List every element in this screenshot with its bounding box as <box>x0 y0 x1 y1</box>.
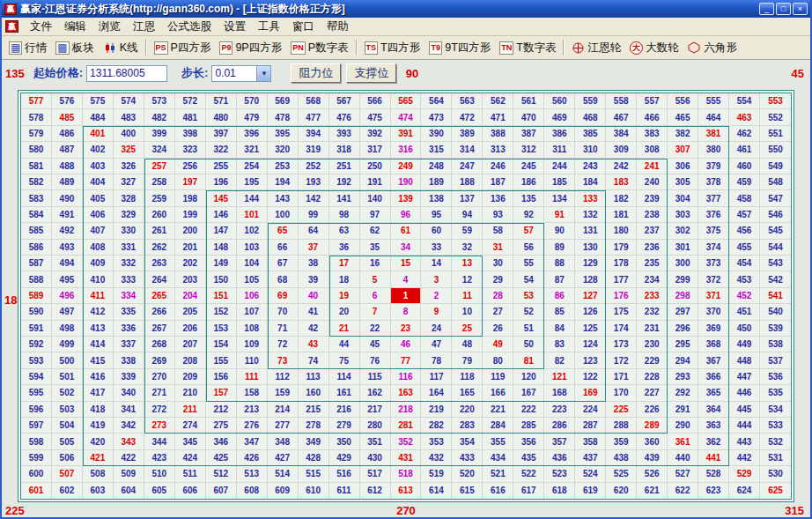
grid-cell: 350 <box>329 434 360 449</box>
grid-cell: 154 <box>206 337 237 352</box>
grid-cell: 153 <box>206 321 237 337</box>
grid-cell: 392 <box>360 126 391 142</box>
menu-view[interactable]: 浏览 <box>92 18 127 36</box>
grid-cell: 109 <box>237 337 268 352</box>
grid-cell: 21 <box>329 321 360 337</box>
menu-gann[interactable]: 江恩 <box>127 18 161 36</box>
maximize-button[interactable]: □ <box>776 3 791 15</box>
grid-cell: 262 <box>144 240 175 256</box>
close-button[interactable]: × <box>793 3 808 15</box>
step-combobox[interactable]: 0.01 ▼ <box>211 65 271 82</box>
menu-window[interactable]: 窗口 <box>286 18 321 36</box>
grid-cell: 139 <box>391 190 422 206</box>
grid-cell: 595 <box>21 385 52 401</box>
tb-kline[interactable]: K线 <box>99 39 143 57</box>
tb-p-square[interactable]: PSP四方形 <box>150 39 216 57</box>
start-price-input[interactable] <box>86 65 167 82</box>
grid-cell: 420 <box>83 434 114 449</box>
grid-cell: 172 <box>606 352 637 368</box>
grid-cell: 93 <box>483 207 513 223</box>
grid-cell: 369 <box>698 321 729 337</box>
grid-cell: 296 <box>668 321 698 337</box>
grid-cell: 537 <box>760 352 791 368</box>
tb-p-number-table[interactable]: PNP数字表 <box>286 39 352 57</box>
grid-cell: 244 <box>544 159 575 174</box>
menu-tools[interactable]: 工具 <box>252 18 286 36</box>
grid-cell: 272 <box>144 402 175 418</box>
grid-cell: 572 <box>175 93 206 109</box>
grid-cell: 161 <box>329 385 360 401</box>
grid-cell: 288 <box>606 418 637 434</box>
grid-cell: 271 <box>144 385 175 401</box>
tb-big-number-wheel[interactable]: 大大数轮 <box>625 39 683 57</box>
grid-cell: 490 <box>52 190 83 206</box>
grid-cell: 620 <box>606 483 637 499</box>
angle-270-label: 270 <box>396 504 416 517</box>
grid-cell: 372 <box>698 271 729 287</box>
support-button[interactable]: 支撑位 <box>346 63 396 83</box>
grid-cell: 132 <box>575 207 606 223</box>
tb-sectors[interactable]: ▩板块 <box>51 39 98 57</box>
grid-cell: 181 <box>606 207 637 223</box>
grid-cell: 37 <box>299 240 329 256</box>
grid-cell: 96 <box>391 207 422 223</box>
toolbar-item-label: K线 <box>120 41 138 56</box>
grid-cell: 397 <box>206 126 237 142</box>
grid-cell: 438 <box>606 450 637 466</box>
grid-cell: 105 <box>237 271 268 287</box>
resistance-button[interactable]: 阻力位 <box>291 63 341 83</box>
grid-cell: 367 <box>698 352 729 368</box>
grid-cell: 518 <box>391 466 422 482</box>
grid-cell: 339 <box>114 369 144 385</box>
tb-t-square[interactable]: TST四方形 <box>360 39 425 57</box>
grid-cell: 113 <box>299 369 329 385</box>
grid-cell: 312 <box>513 142 544 158</box>
grid-cell: 13 <box>452 256 483 271</box>
grid-cell: 579 <box>21 126 52 142</box>
grid-cell: 232 <box>637 304 668 320</box>
grid-cell: 513 <box>237 466 268 482</box>
menu-help[interactable]: 帮助 <box>321 18 355 36</box>
minimize-button[interactable]: _ <box>759 3 774 15</box>
grid-cell: 269 <box>144 352 175 368</box>
grid-cell: 292 <box>668 385 698 401</box>
tb-9t-square[interactable]: T99T四方形 <box>424 39 495 57</box>
toolbar-item-label: P数字表 <box>308 41 349 56</box>
grid-cell: 436 <box>544 450 575 466</box>
grid-cell: 364 <box>698 402 729 418</box>
grid-cell: 341 <box>114 402 144 418</box>
tb-hexagon[interactable]: 六角形 <box>683 39 742 57</box>
grid-cell: 169 <box>575 385 606 401</box>
grid-cell: 503 <box>52 402 83 418</box>
grid-cell: 573 <box>144 93 175 109</box>
grid-cell: 612 <box>360 483 391 499</box>
tb-quotes[interactable]: ▦行情 <box>4 39 51 57</box>
grid-cell: 265 <box>144 288 175 304</box>
menu-edit[interactable]: 编辑 <box>58 18 92 36</box>
grid-cell: 78 <box>421 352 452 368</box>
grid-cell: 551 <box>760 126 791 142</box>
chevron-down-icon[interactable]: ▼ <box>256 66 270 81</box>
tb-gann-wheel[interactable]: 江恩轮 <box>567 39 625 57</box>
grid-cell: 283 <box>452 418 483 434</box>
grid-cell: 74 <box>299 352 329 368</box>
menu-settings[interactable]: 设置 <box>218 18 252 36</box>
tb-t-number-table[interactable]: TNT数字表 <box>495 39 560 57</box>
grid-cell: 148 <box>206 240 237 256</box>
grid-cell: 94 <box>452 207 483 223</box>
angle-45-label: 45 <box>792 67 804 80</box>
grid-cell: 162 <box>360 385 391 401</box>
grid-cell: 36 <box>329 240 360 256</box>
tb-9p-square[interactable]: P99P四方形 <box>215 39 286 57</box>
grid-cell: 143 <box>268 190 299 206</box>
menu-formula-stock-pick[interactable]: 公式选股 <box>161 18 218 36</box>
grid-cell: 298 <box>668 288 698 304</box>
grid-cell: 421 <box>83 450 114 466</box>
grid-cell: 481 <box>175 109 206 125</box>
grid-cell: 343 <box>114 434 144 449</box>
grid-cell: 191 <box>360 174 391 190</box>
grid-cell: 540 <box>760 304 791 320</box>
grid-cell: 92 <box>513 207 544 223</box>
menu-file[interactable]: 文件 <box>24 18 58 36</box>
grid-cell: 548 <box>760 174 791 190</box>
